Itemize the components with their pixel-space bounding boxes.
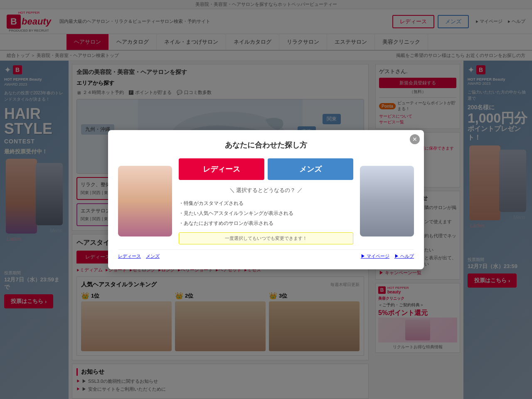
modal-feature-3: あなたにおすすめのサロンが表示される bbox=[179, 218, 353, 228]
modal-title: あなたに合わせた探し方 bbox=[118, 140, 414, 150]
modal-footer-ladies[interactable]: レディース bbox=[118, 253, 141, 259]
modal-center: レディース メンズ ＼ 選択するとどうなるの？ ／ 特集がカスタマイズされる 見… bbox=[179, 158, 353, 244]
modal-footer-mens[interactable]: メンズ bbox=[146, 253, 160, 259]
modal-what-label: ＼ 選択するとどうなるの？ ／ bbox=[179, 187, 353, 194]
modal-person-right bbox=[360, 166, 414, 236]
modal-footer-links: レディース メンズ bbox=[118, 253, 160, 259]
modal-overlay: ✕ あなたに合わせた探し方 レディース メンズ ＼ 選択するとどうなるの？ ／ … bbox=[0, 0, 532, 399]
arrow-icon-2: ▶ bbox=[394, 254, 399, 259]
modal-mens-img bbox=[360, 166, 414, 236]
mypage-link-text: マイページ bbox=[367, 254, 389, 259]
modal-feature-2: 見たい人気ヘアスタイルランキングが表示される bbox=[179, 208, 353, 218]
modal-ladies-button[interactable]: レディース bbox=[179, 158, 264, 180]
modal-person-left bbox=[118, 166, 172, 236]
modal-mens-button[interactable]: メンズ bbox=[268, 158, 353, 180]
modal-footer-help[interactable]: ▶ ヘルプ bbox=[394, 253, 414, 259]
modal-ladies-img bbox=[118, 166, 172, 236]
help-link-text: ヘルプ bbox=[400, 254, 414, 259]
modal-dialog: ✕ あなたに合わせた探し方 レディース メンズ ＼ 選択するとどうなるの？ ／ … bbox=[108, 130, 424, 269]
modal-features-list: 特集がカスタマイズされる 見たい人気ヘアスタイルランキングが表示される あなたに… bbox=[179, 198, 353, 228]
modal-footer-mypage[interactable]: ▶ マイページ bbox=[361, 253, 389, 259]
modal-footer-right: ▶ マイページ ▶ ヘルプ bbox=[361, 253, 414, 259]
modal-buttons: レディース メンズ bbox=[179, 158, 353, 180]
arrow-icon: ▶ bbox=[361, 254, 365, 259]
modal-note: 一度選択してもいつでも変更できます！ bbox=[179, 232, 353, 244]
modal-feature-1: 特集がカスタマイズされる bbox=[179, 198, 353, 208]
modal-footer: レディース メンズ ▶ マイページ ▶ ヘルプ bbox=[118, 249, 414, 259]
modal-close-button[interactable]: ✕ bbox=[410, 134, 420, 144]
modal-content: レディース メンズ ＼ 選択するとどうなるの？ ／ 特集がカスタマイズされる 見… bbox=[118, 158, 414, 244]
